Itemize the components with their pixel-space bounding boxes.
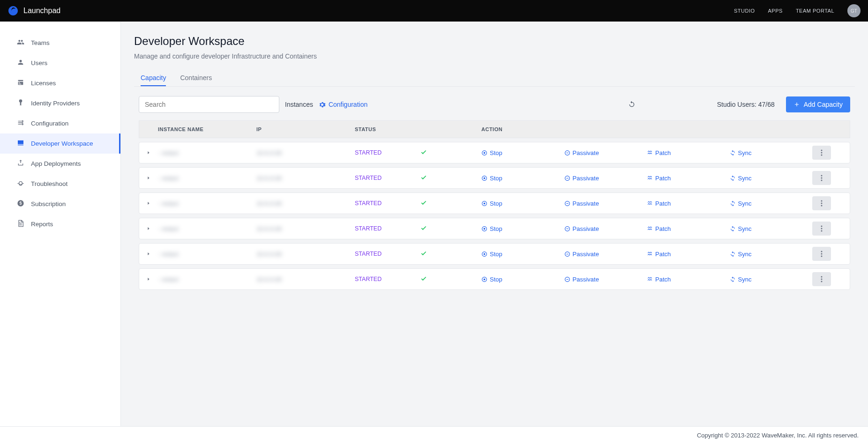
stop-action[interactable]: Stop — [481, 149, 564, 156]
sync-action[interactable]: Sync — [730, 200, 813, 207]
tabs: Capacity Containers — [134, 70, 855, 87]
logo: Launchpad — [7, 5, 60, 16]
table-row: - redact 10.0.0.00 STARTED Stop Passivat… — [139, 192, 850, 214]
svg-rect-36 — [484, 278, 485, 280]
instances-label: Instances — [285, 101, 313, 108]
sidebar-item-label: Users — [31, 59, 47, 67]
sync-action[interactable]: Sync — [730, 251, 813, 258]
sidebar-item-subscription[interactable]: Subscription — [0, 194, 118, 214]
deploy-icon — [17, 159, 24, 168]
passivate-action[interactable]: Passivate — [564, 200, 647, 207]
table-row: - redact 10.0.0.00 STARTED Stop Passivat… — [139, 218, 850, 239]
row-more-button[interactable] — [812, 146, 831, 160]
health-check-icon — [420, 174, 481, 182]
svg-point-20 — [821, 205, 823, 207]
svg-rect-1 — [484, 152, 485, 153]
sidebar-item-reports[interactable]: Reports — [0, 214, 118, 234]
stop-action[interactable]: Stop — [481, 225, 564, 232]
page-subtitle: Manage and configure developer Infrastru… — [134, 52, 855, 60]
expand-row-button[interactable] — [139, 201, 158, 206]
svg-point-4 — [821, 150, 823, 151]
refresh-icon[interactable] — [628, 101, 636, 108]
passivate-action[interactable]: Passivate — [564, 175, 647, 182]
svg-point-6 — [821, 155, 823, 156]
configuration-link[interactable]: Configuration — [319, 101, 367, 108]
expand-row-button[interactable] — [139, 226, 158, 231]
tab-capacity[interactable]: Capacity — [141, 70, 166, 86]
patch-action[interactable]: Patch — [647, 225, 730, 232]
table-header: INSTANCE NAME IP STATUS ACTION — [139, 120, 850, 138]
column-header-action: ACTION — [481, 126, 564, 132]
user-avatar[interactable]: GT — [847, 4, 861, 17]
instance-ip-cell: 10.0.0.00 — [256, 200, 355, 207]
gear-icon — [319, 101, 326, 108]
tab-containers[interactable]: Containers — [180, 70, 212, 86]
stop-action[interactable]: Stop — [481, 251, 564, 258]
stop-action[interactable]: Stop — [481, 175, 564, 182]
expand-row-button[interactable] — [139, 150, 158, 155]
chevron-right-icon — [146, 226, 151, 231]
instance-name-cell: - redact — [158, 175, 256, 182]
health-check-icon — [420, 200, 481, 207]
svg-point-41 — [821, 281, 823, 282]
status-cell: STARTED — [355, 175, 420, 181]
sidebar-item-licenses[interactable]: Licenses — [0, 73, 118, 93]
patch-action[interactable]: Patch — [647, 276, 730, 283]
stop-action[interactable]: Stop — [481, 200, 564, 207]
patch-action[interactable]: Patch — [647, 175, 730, 182]
patch-action[interactable]: Patch — [647, 200, 730, 207]
sync-action[interactable]: Sync — [730, 175, 813, 182]
instance-name-cell: - redact — [158, 276, 256, 283]
stop-action[interactable]: Stop — [481, 276, 564, 283]
health-check-icon — [420, 250, 481, 258]
check-icon — [420, 275, 427, 282]
svg-point-40 — [821, 279, 823, 280]
passivate-action[interactable]: Passivate — [564, 225, 647, 232]
instance-name-cell: - redact — [158, 251, 256, 258]
sidebar-item-label: Teams — [31, 39, 50, 46]
sidebar-item-label: App Deployments — [31, 160, 81, 167]
sidebar-item-label: Identity Providers — [31, 100, 80, 107]
sync-action[interactable]: Sync — [730, 276, 813, 283]
sync-action[interactable]: Sync — [730, 149, 813, 156]
column-header-name: INSTANCE NAME — [158, 126, 256, 132]
sidebar-item-users[interactable]: Users — [0, 53, 118, 73]
svg-point-12 — [821, 178, 823, 179]
sidebar-item-developer-workspace[interactable]: Developer Workspace — [0, 133, 120, 154]
chevron-right-icon — [146, 201, 151, 206]
passivate-action[interactable]: Passivate — [564, 149, 647, 156]
kebab-icon — [821, 149, 823, 156]
sidebar-item-label: Subscription — [31, 200, 66, 207]
teams-icon — [17, 38, 24, 47]
svg-point-27 — [821, 230, 823, 232]
passivate-action[interactable]: Passivate — [564, 251, 647, 258]
app-name: Launchpad — [23, 7, 60, 15]
sidebar-item-configuration[interactable]: Configuration — [0, 113, 118, 133]
patch-action[interactable]: Patch — [647, 251, 730, 258]
row-more-button[interactable] — [812, 222, 831, 236]
header-link-apps[interactable]: APPS — [768, 8, 783, 14]
sidebar-item-troubleshoot[interactable]: Troubleshoot — [0, 174, 118, 194]
chevron-right-icon — [146, 176, 151, 180]
row-more-button[interactable] — [812, 171, 831, 185]
row-more-button[interactable] — [812, 196, 831, 210]
row-more-button[interactable] — [812, 272, 831, 286]
studio-users-count: Studio Users: 47/68 — [717, 101, 775, 108]
expand-row-button[interactable] — [139, 277, 158, 281]
header-link-team-portal[interactable]: TEAM PORTAL — [796, 8, 834, 14]
row-more-button[interactable] — [812, 247, 831, 261]
add-capacity-button[interactable]: Add Capacity — [786, 96, 850, 112]
sidebar-item-app-deployments[interactable]: App Deployments — [0, 154, 118, 174]
sidebar-item-identity-providers[interactable]: Identity Providers — [0, 93, 118, 113]
header-link-studio[interactable]: STUDIO — [734, 8, 755, 14]
expand-row-button[interactable] — [139, 176, 158, 180]
expand-row-button[interactable] — [139, 252, 158, 256]
patch-action[interactable]: Patch — [647, 149, 730, 156]
sync-action[interactable]: Sync — [730, 225, 813, 232]
sidebar-item-teams[interactable]: Teams — [0, 33, 118, 53]
passivate-action[interactable]: Passivate — [564, 276, 647, 283]
svg-point-5 — [821, 152, 823, 154]
search-input[interactable] — [139, 96, 279, 113]
kebab-icon — [821, 200, 823, 207]
sidebar-item-label: Reports — [31, 221, 53, 228]
